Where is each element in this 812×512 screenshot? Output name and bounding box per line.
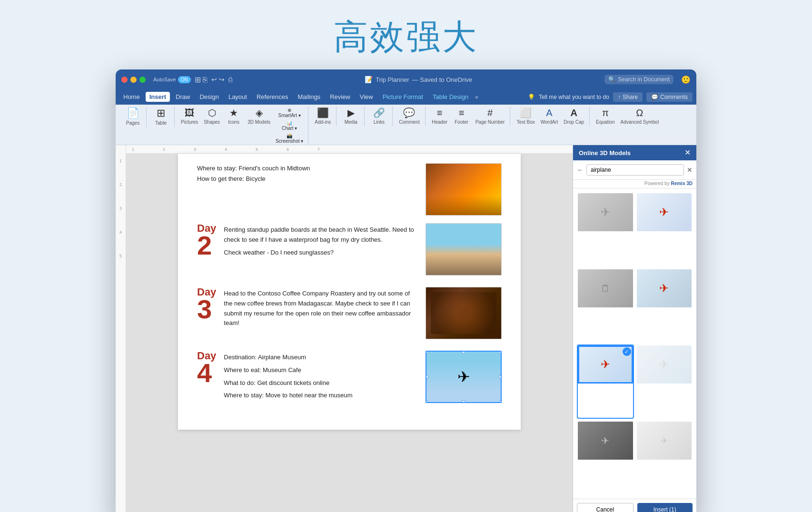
- footer-button[interactable]: ≡ Footer: [451, 107, 472, 126]
- ribbon-group-addins: ⬛ Add-ins: [309, 107, 337, 126]
- icons-icon: ★: [229, 108, 238, 118]
- table-icon: ⊞: [157, 108, 165, 118]
- icons-button[interactable]: ★ Icons: [223, 107, 244, 126]
- menu-design[interactable]: Design: [196, 92, 222, 102]
- menu-mailings[interactable]: Mailings: [294, 92, 324, 102]
- ribbon-group-illustrations: 🖼 Pictures ⬡ Shapes ★ Icons ◈ 3D Models: [176, 107, 308, 145]
- menu-draw[interactable]: Draw: [172, 92, 194, 102]
- advanced-symbol-label: Advanced Symbol: [621, 119, 659, 125]
- menu-bar: Home Insert Draw Design Layout Reference…: [116, 89, 696, 105]
- powered-by-text: Powered by: [644, 181, 670, 186]
- 3d-models-label: 3D Models: [248, 119, 270, 125]
- cancel-button[interactable]: Cancel: [577, 503, 634, 512]
- screenshot-button[interactable]: 📸 Screenshot ▾: [274, 132, 305, 145]
- model-item-5[interactable]: ✈ ✓: [577, 345, 634, 419]
- resize-handle-tl[interactable]: [426, 351, 428, 354]
- panel-search-clear[interactable]: ✕: [687, 166, 693, 174]
- wordart-button[interactable]: A WordArt: [538, 107, 561, 126]
- menu-picture-format[interactable]: Picture Format: [379, 92, 427, 102]
- menu-references[interactable]: References: [253, 92, 292, 102]
- panel-title: Online 3D Models: [579, 149, 631, 157]
- title-bar: AutoSave ON ⊞ ⎘ ↩ ↪ ⎙ 📝 Trip Planner — S…: [116, 69, 696, 89]
- panel-3d-models: Online 3D Models ✕ ← ✕ Powered by Remix …: [573, 145, 696, 512]
- ribbon-group-header-footer: ≡ Header ≡ Footer # Page Number: [426, 107, 511, 126]
- resize-handle-bl[interactable]: [426, 400, 428, 403]
- comment-button[interactable]: 💬 Comment: [396, 107, 422, 126]
- model-plane-7-shape: ✈: [578, 422, 633, 460]
- model-item-1[interactable]: ✈: [577, 192, 634, 266]
- menu-review[interactable]: Review: [326, 92, 354, 102]
- day-2-content: Renting standup paddle boards at the bea…: [224, 223, 418, 260]
- insert-button[interactable]: Insert (1): [637, 503, 693, 512]
- hero-title: 高效强大: [334, 14, 478, 60]
- panel-close-button[interactable]: ✕: [684, 149, 691, 157]
- day-2-para-1: Renting standup paddle boards at the bea…: [224, 225, 418, 245]
- smartart-button[interactable]: ⊕ SmartArt ▾: [274, 107, 305, 119]
- resize-handle-br[interactable]: [499, 400, 502, 403]
- menu-layout[interactable]: Layout: [225, 92, 251, 102]
- resize-handle-tm[interactable]: [462, 351, 465, 354]
- comments-label: Comments: [660, 94, 688, 100]
- header-button[interactable]: ≡ Header: [429, 107, 450, 126]
- more-menus-icon[interactable]: »: [475, 94, 478, 100]
- model-item-7[interactable]: ✈: [577, 421, 634, 495]
- model-item-2[interactable]: ✈: [636, 192, 693, 266]
- smiley-icon: 🙂: [681, 75, 691, 84]
- pages-button[interactable]: 📄 Pages: [122, 107, 143, 127]
- smart-art-col: ⊕ SmartArt ▾ 📊 Chart ▾ 📸 Screenshot ▾: [274, 107, 305, 145]
- model-item-4[interactable]: ✈: [636, 268, 693, 343]
- model-item-6[interactable]: ✈: [636, 345, 693, 419]
- textbox-button[interactable]: ⬜ Text Box: [514, 107, 537, 126]
- resize-handle-tr[interactable]: [499, 351, 502, 354]
- resize-handle-ml[interactable]: [426, 375, 428, 379]
- close-button[interactable]: [121, 77, 128, 83]
- equation-button[interactable]: π Equation: [594, 107, 617, 126]
- share-button[interactable]: ↑ Share: [613, 92, 643, 102]
- links-button[interactable]: 🔗 Links: [368, 107, 389, 126]
- share-icon: ↑: [618, 94, 621, 100]
- day-4-stay: Where to stay: Move to hotel near the mu…: [224, 391, 418, 401]
- resize-handle-bm[interactable]: [462, 400, 465, 403]
- model-thumb-5: ✈ ✓: [578, 345, 633, 384]
- table-button[interactable]: ⊞ Table: [150, 107, 171, 127]
- page-number-button[interactable]: # Page Number: [473, 107, 507, 126]
- day-4-label: Day 4: [197, 351, 216, 385]
- model-thumb-7: ✈: [578, 422, 633, 460]
- panel-search-input[interactable]: [586, 164, 684, 176]
- shapes-label: Shapes: [204, 119, 220, 125]
- panel-back-button[interactable]: ←: [577, 166, 584, 174]
- shapes-button[interactable]: ⬡ Shapes: [201, 107, 222, 126]
- chart-label: Chart ▾: [282, 126, 297, 131]
- maximize-button[interactable]: [139, 77, 146, 83]
- header-label: Header: [432, 119, 447, 125]
- comments-button[interactable]: 💬 Comments: [646, 92, 693, 102]
- ribbon-group-links: 🔗 Links: [366, 107, 393, 126]
- 3d-models-button[interactable]: ◈ 3D Models: [245, 107, 273, 126]
- panel-search-row: ← ✕: [573, 160, 696, 180]
- menu-insert[interactable]: Insert: [146, 92, 170, 102]
- share-label: Share: [623, 94, 638, 100]
- model-item-3[interactable]: 🗒: [577, 268, 634, 343]
- chart-icon: 📊: [287, 120, 292, 126]
- pictures-button[interactable]: 🖼 Pictures: [178, 107, 200, 126]
- print-icon[interactable]: ⎙: [228, 76, 232, 83]
- dropcap-button[interactable]: A Drop Cap: [561, 107, 586, 126]
- advanced-symbol-button[interactable]: Ω Advanced Symbol: [618, 107, 662, 126]
- menu-table-design[interactable]: Table Design: [429, 92, 472, 102]
- autosave-state[interactable]: ON: [178, 76, 191, 83]
- autosave-toggle[interactable]: AutoSave ON: [153, 76, 191, 83]
- addins-button[interactable]: ⬛ Add-ins: [312, 107, 333, 126]
- top-text-1: Where to stay: Friend's couch in Midtown: [197, 163, 418, 174]
- media-button[interactable]: ▶ Media: [340, 107, 361, 126]
- resize-handle-mr[interactable]: [499, 375, 502, 379]
- tell-me-text[interactable]: Tell me what you want to do: [539, 94, 609, 100]
- undo-icon[interactable]: ↩ ↪: [211, 76, 225, 83]
- minimize-button[interactable]: [130, 77, 137, 83]
- airplane-image[interactable]: ✈: [426, 351, 502, 403]
- textbox-label: Text Box: [516, 119, 535, 125]
- menu-view[interactable]: View: [356, 92, 377, 102]
- menu-home[interactable]: Home: [119, 92, 144, 102]
- search-bar[interactable]: 🔍 Search in Document: [604, 75, 673, 84]
- chart-button[interactable]: 📊 Chart ▾: [274, 119, 305, 132]
- model-item-8[interactable]: ✈: [636, 421, 693, 495]
